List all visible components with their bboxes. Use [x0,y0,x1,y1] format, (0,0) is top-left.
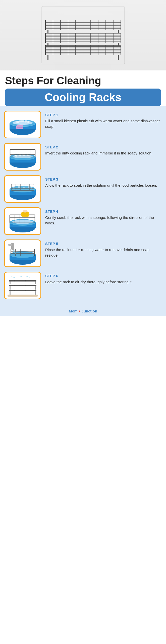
svg-line-154 [11,277,15,278]
svg-point-118 [10,251,36,258]
step-5: STEP 5 Rinse the rack under running wate… [4,239,162,267]
step-4-image [4,207,41,235]
step-1-image [4,111,41,138]
step-6-label: STEP 6 [45,274,162,278]
page-title-line1: Steps For Cleaning [5,75,161,87]
step-3-label: STEP 3 [45,177,162,181]
step-2: STEP 2 Invert the dirty cooling rack and… [4,143,162,171]
svg-point-66 [25,120,27,123]
step-1-label: STEP 1 [45,113,162,117]
step-4-text: STEP 4 Gently scrub the rack with a spon… [45,207,162,226]
svg-point-75 [15,155,17,157]
step-2-desc: Invert the dirty cooling rack and immers… [45,150,162,156]
cooling-rack-illustration [40,5,126,65]
svg-point-115 [23,210,28,213]
step-6-text: STEP 6 Leave the rack to air-dry thoroug… [45,272,162,285]
footer-brand: Mom♥Junction [69,309,97,313]
step-2-image [4,143,41,171]
step-6-desc: Leave the rack to air-dry thoroughly bef… [45,279,162,285]
step-3-text: STEP 3 Allow the rack to soak in the sol… [45,175,162,188]
step-4-desc: Gently scrub the rack with a sponge, fol… [45,215,162,226]
step-5-image [4,239,41,267]
svg-point-93 [28,186,30,188]
svg-point-64 [19,120,21,122]
step-4: STEP 4 Gently scrub the rack with a spon… [4,207,162,235]
svg-point-89 [10,186,35,192]
svg-line-155 [19,276,23,277]
step-5-label: STEP 5 [45,242,162,246]
step-1: STEP 1 Fill a small kitchen plastic tub … [4,111,162,138]
page-title-line2: Cooling Racks [10,91,156,104]
step-3-desc: Allow the rack to soak in the solution u… [45,183,162,188]
svg-rect-126 [11,243,14,250]
step-1-text: STEP 1 Fill a small kitchen plastic tub … [45,111,162,129]
footer: Mom♥Junction [0,306,166,316]
svg-point-67 [27,121,29,123]
svg-rect-114 [22,212,28,216]
footer-brand-mom: Mom [69,309,78,313]
title-section: Steps For Cleaning Cooling Racks [0,70,166,106]
hero-section [0,0,166,70]
svg-point-65 [21,119,24,122]
steps-section: STEP 1 Fill a small kitchen plastic tub … [0,106,166,306]
svg-point-63 [16,121,19,123]
heart-icon: ♥ [79,309,81,313]
step-2-label: STEP 2 [45,145,162,149]
svg-point-91 [18,186,20,188]
step-1-desc: Fill a small kitchen plastic tub with wa… [45,118,162,129]
step-6: STEP 6 Leave the rack to air-dry thoroug… [4,272,162,299]
svg-point-90 [13,187,15,189]
svg-rect-127 [8,244,12,246]
step-6-image [4,272,41,299]
title-sub-wrapper: Cooling Racks [5,89,161,106]
step-4-label: STEP 4 [45,209,162,214]
step-5-text: STEP 5 Rinse the rack under running wate… [45,239,162,258]
svg-rect-157 [8,295,38,297]
svg-line-156 [26,276,30,277]
step-5-desc: Rinse the rack under running water to re… [45,247,162,258]
step-3: STEP 3 Allow the rack to soak in the sol… [4,175,162,203]
svg-point-94 [31,187,32,189]
step-2-text: STEP 2 Invert the dirty cooling rack and… [45,143,162,156]
svg-point-92 [23,187,25,188]
footer-brand-junction: Junction [82,309,97,313]
step-3-image [4,175,41,203]
